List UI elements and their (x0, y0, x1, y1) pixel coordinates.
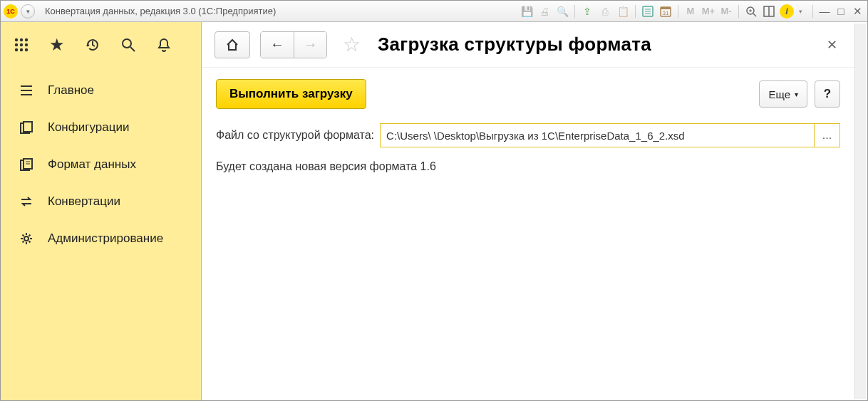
main-content: ← → ☆ Загрузка структуры формата ✕ Выпол… (202, 22, 854, 400)
system-menu-dropdown[interactable]: ▾ (21, 4, 35, 19)
sidebar: ★ Главное (1, 22, 202, 400)
star-icon[interactable]: ★ (49, 35, 65, 55)
logo-1c-icon[interactable]: 1C (4, 4, 18, 19)
calculator-icon[interactable] (640, 4, 656, 19)
svg-point-20 (20, 48, 23, 51)
svg-point-33 (24, 236, 29, 241)
svg-point-17 (20, 43, 23, 46)
help-button[interactable]: ? (815, 80, 840, 108)
page-header: ← → ☆ Загрузка структуры формата ✕ (202, 22, 854, 68)
sidebar-item-label: Главное (48, 83, 94, 98)
svg-point-19 (15, 48, 18, 51)
body: ★ Главное (1, 22, 867, 400)
svg-rect-5 (661, 7, 671, 9)
svg-point-21 (25, 48, 28, 51)
apps-icon[interactable] (14, 37, 29, 53)
info-dropdown-icon[interactable]: ▾ (792, 4, 808, 19)
clipboard-icon[interactable]: 📋 (615, 4, 631, 19)
chevron-down-icon: ▾ (795, 90, 798, 98)
svg-point-14 (20, 38, 23, 41)
zoom-icon[interactable] (743, 4, 759, 19)
main-area: ← → ☆ Загрузка структуры формата ✕ Выпол… (202, 22, 867, 400)
svg-text:31: 31 (663, 10, 669, 16)
svg-rect-28 (24, 122, 32, 132)
separator (738, 5, 739, 18)
preview-icon[interactable]: 🔍 (554, 4, 570, 19)
compare-icon[interactable]: ⇪ (579, 4, 595, 19)
sidebar-item-main[interactable]: Главное (1, 72, 201, 109)
forward-button[interactable]: → (294, 32, 326, 58)
file-input[interactable]: C:\Users\ \Desktop\Выгрузка из 1С\Enterp… (380, 123, 840, 147)
home-button[interactable] (215, 31, 250, 58)
sidebar-tools: ★ (1, 22, 201, 68)
separator (812, 5, 813, 18)
sidebar-item-conversions[interactable]: Конвертации (1, 183, 201, 220)
status-text: Будет создана новая версия формата 1.6 (202, 150, 854, 183)
separator (635, 5, 636, 18)
separator (678, 5, 678, 18)
nav-history: ← → (260, 31, 327, 58)
file-input-value[interactable]: C:\Users\ \Desktop\Выгрузка из 1С\Enterp… (381, 130, 814, 142)
separator (574, 5, 575, 18)
toolbar: Выполнить загрузку Еще ▾ ? (202, 68, 854, 120)
gear-icon (18, 231, 35, 246)
panels-icon[interactable] (761, 4, 777, 19)
history-icon[interactable] (85, 37, 100, 53)
sidebar-item-configurations[interactable]: Конфигурации (1, 109, 201, 146)
search-icon[interactable] (120, 37, 136, 53)
more-button[interactable]: Еще ▾ (759, 80, 807, 108)
file-field-row: Файл со структурой формата: C:\Users\ \D… (202, 120, 854, 150)
browse-button[interactable]: ... (814, 124, 839, 147)
format-icon (18, 157, 35, 172)
close-button[interactable]: ✕ (850, 5, 864, 18)
svg-point-13 (15, 38, 18, 41)
sidebar-item-administration[interactable]: Администрирование (1, 220, 201, 257)
svg-point-22 (123, 39, 131, 48)
back-button[interactable]: ← (261, 32, 294, 58)
memory-m-button[interactable]: M (683, 4, 698, 19)
execute-load-button[interactable]: Выполнить загрузку (216, 79, 366, 109)
titlebar-toolbar: 💾 🖨 🔍 ⇪ ⎙ 📋 31 M M+ M- (519, 4, 864, 19)
app-window: 1C ▾ Конвертация данных, редакция 3.0 (1… (0, 0, 868, 401)
save-icon[interactable]: 💾 (519, 4, 534, 19)
svg-point-16 (15, 43, 18, 46)
window-title: Конвертация данных, редакция 3.0 (1С:Пре… (45, 6, 276, 16)
close-page-button[interactable]: ✕ (822, 37, 842, 53)
minimize-button[interactable]: — (817, 5, 832, 17)
sidebar-item-label: Формат данных (48, 157, 136, 172)
sidebar-menu: Главное Конфигурации Формат данных (1, 68, 201, 257)
svg-line-23 (130, 47, 135, 51)
sidebar-item-label: Конфигурации (48, 120, 129, 135)
more-button-label: Еще (768, 88, 790, 100)
bell-icon[interactable] (156, 37, 172, 53)
memory-mplus-button[interactable]: M+ (701, 4, 716, 19)
sidebar-item-label: Администрирование (48, 231, 163, 246)
swap-icon (18, 194, 35, 209)
maximize-button[interactable]: □ (834, 5, 848, 17)
calendar-icon[interactable]: 31 (658, 4, 673, 19)
menu-lines-icon (18, 83, 35, 98)
favorite-star-icon[interactable]: ☆ (343, 33, 361, 56)
sidebar-item-data-format[interactable]: Формат данных (1, 146, 201, 183)
configs-icon (18, 120, 35, 135)
titlebar: 1C ▾ Конвертация данных, редакция 3.0 (1… (1, 1, 867, 22)
sidebar-item-label: Конвертации (48, 194, 120, 209)
svg-line-8 (753, 14, 756, 16)
svg-point-18 (25, 43, 28, 46)
page-title: Загрузка структуры формата (378, 33, 651, 56)
print-icon[interactable]: 🖨 (537, 4, 552, 19)
svg-point-15 (25, 38, 28, 41)
export-icon[interactable]: ⎙ (597, 4, 613, 19)
file-field-label: Файл со структурой формата: (216, 129, 374, 142)
memory-mminus-button[interactable]: M- (718, 4, 734, 19)
vertical-scrollbar[interactable] (854, 24, 866, 399)
titlebar-left: 1C ▾ Конвертация данных, редакция 3.0 (1… (4, 4, 276, 19)
